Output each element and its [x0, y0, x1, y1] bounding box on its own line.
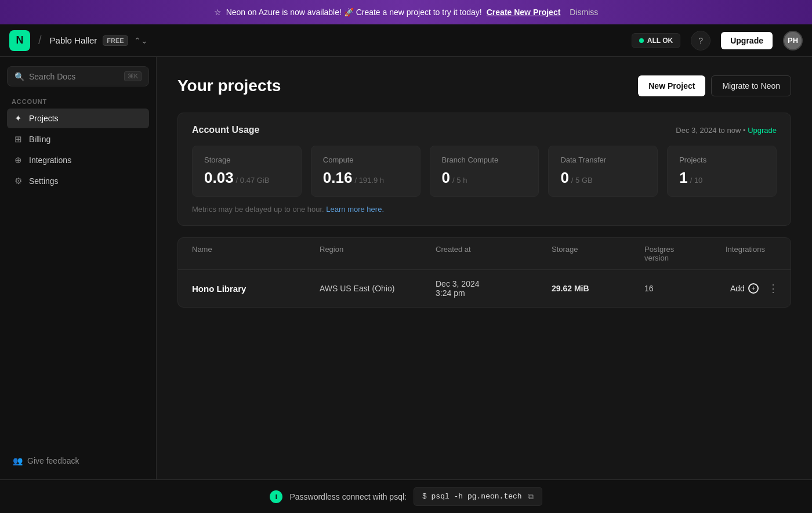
compute-value: 0.16/ 191.9 h: [323, 169, 408, 187]
branch-compute-value: 0/ 5 h: [442, 169, 527, 187]
search-docs-label: Search Docs: [29, 72, 119, 81]
top-banner: ☆ Neon on Azure is now available! 🚀 Crea…: [0, 0, 812, 24]
search-docs-button[interactable]: 🔍 Search Docs ⌘K: [7, 66, 149, 86]
integrations-icon: ⊕: [13, 155, 23, 165]
feedback-label: Give feedback: [27, 456, 79, 465]
add-circle-icon: +: [748, 283, 759, 294]
migrate-to-neon-button[interactable]: Migrate to Neon: [711, 75, 791, 96]
sidebar-section-label: ACCOUNT: [7, 98, 149, 105]
system-status: ALL OK: [632, 33, 680, 48]
table-row: Hono Library AWS US East (Ohio) Dec 3, 2…: [178, 270, 791, 307]
page-header: Your projects New Project Migrate to Neo…: [177, 75, 791, 96]
content-area: Your projects New Project Migrate to Neo…: [157, 57, 812, 479]
usage-date-range: Dec 3, 2024 to now • Upgrade: [676, 126, 777, 135]
psql-label: Passwordless connect with psql:: [289, 492, 407, 501]
logo[interactable]: N: [9, 30, 30, 51]
col-storage: Storage: [552, 245, 644, 262]
star-icon: ☆: [214, 8, 222, 17]
storage-label: Storage: [204, 156, 289, 164]
branch-compute-denom: / 5 h: [452, 176, 467, 185]
sidebar-item-projects-label: Projects: [29, 114, 59, 123]
page-title: Your projects: [177, 77, 281, 95]
col-name: Name: [192, 245, 320, 262]
project-more-button[interactable]: ⋮: [763, 281, 783, 296]
sidebar-item-settings[interactable]: ⚙ Settings: [7, 171, 149, 191]
psql-command-text: $ psql -h pg.neon.tech: [422, 492, 522, 501]
usage-metrics: Storage 0.03/ 0.47 GiB Compute 0.16/ 191…: [192, 146, 777, 197]
usage-footer: Metrics may be delayed up to one hour. L…: [192, 205, 777, 214]
plan-badge: FREE: [103, 35, 128, 46]
col-region: Region: [320, 245, 436, 262]
page-actions: New Project Migrate to Neon: [638, 75, 791, 96]
feedback-icon: 👥: [13, 456, 23, 465]
search-shortcut: ⌘K: [124, 71, 142, 81]
banner-dismiss-button[interactable]: Dismiss: [570, 8, 598, 17]
sidebar-item-integrations-label: Integrations: [29, 156, 71, 165]
status-text: ALL OK: [647, 37, 673, 45]
psql-command: $ psql -h pg.neon.tech ⧉: [414, 487, 542, 506]
header: N / Pablo Haller FREE ⌃⌄ ALL OK ? Upgrad…: [0, 24, 812, 57]
upgrade-button[interactable]: Upgrade: [721, 32, 773, 49]
metric-compute: Compute 0.16/ 191.9 h: [311, 146, 420, 197]
data-transfer-value: 0/ 5 GB: [560, 169, 646, 187]
metric-data-transfer: Data Transfer 0/ 5 GB: [548, 146, 658, 197]
add-integration-button[interactable]: Add +: [726, 281, 763, 296]
branch-compute-label: Branch Compute: [442, 156, 527, 164]
col-created-at: Created at: [436, 245, 552, 262]
main-layout: 🔍 Search Docs ⌘K ACCOUNT ✦ Projects ⊞ Bi…: [0, 57, 812, 479]
data-transfer-label: Data Transfer: [560, 156, 646, 164]
usage-title: Account Usage: [192, 125, 259, 135]
sidebar-item-projects[interactable]: ✦ Projects: [7, 109, 149, 128]
copy-command-button[interactable]: ⧉: [528, 492, 534, 501]
compute-denom: / 191.9 h: [354, 176, 384, 185]
sidebar-item-settings-label: Settings: [29, 176, 59, 186]
storage-denom: / 0.47 GiB: [236, 176, 270, 185]
banner-text: Neon on Azure is now available! 🚀 Create…: [226, 8, 482, 17]
sidebar-item-integrations[interactable]: ⊕ Integrations: [7, 150, 149, 170]
learn-more-link[interactable]: Learn more here.: [326, 205, 384, 214]
search-icon: 🔍: [14, 72, 24, 81]
projects-denom: / 10: [690, 176, 703, 185]
sidebar: 🔍 Search Docs ⌘K ACCOUNT ✦ Projects ⊞ Bi…: [0, 57, 157, 479]
col-integrations: Integrations: [726, 245, 777, 262]
metric-branch-compute: Branch Compute 0/ 5 h: [430, 146, 539, 197]
compute-label: Compute: [323, 156, 408, 164]
help-button[interactable]: ?: [691, 31, 710, 50]
feedback-button[interactable]: 👥 Give feedback: [7, 451, 149, 470]
project-created-at: Dec 3, 20243:24 pm: [436, 279, 552, 298]
status-dot-icon: [639, 38, 644, 43]
new-project-button[interactable]: New Project: [638, 75, 705, 96]
project-integrations: Add + ⋮: [726, 281, 783, 296]
sidebar-item-billing-label: Billing: [29, 135, 50, 144]
info-icon: i: [270, 490, 282, 503]
billing-icon: ⊞: [13, 134, 23, 144]
chevron-down-icon[interactable]: ⌃⌄: [134, 36, 148, 45]
sidebar-item-billing[interactable]: ⊞ Billing: [7, 129, 149, 149]
banner-cta-button[interactable]: Create New Project: [487, 8, 561, 17]
settings-icon: ⚙: [13, 176, 23, 186]
project-region: AWS US East (Ohio): [320, 284, 436, 293]
metric-storage: Storage 0.03/ 0.47 GiB: [192, 146, 302, 197]
upgrade-link[interactable]: Upgrade: [748, 126, 777, 135]
data-transfer-denom: / 5 GB: [571, 176, 593, 185]
usage-header: Account Usage Dec 3, 2024 to now • Upgra…: [192, 125, 777, 135]
project-name[interactable]: Hono Library: [192, 284, 320, 294]
col-postgres: Postgresversion: [644, 245, 726, 262]
project-postgres-version: 16: [644, 284, 726, 293]
question-mark-icon: ?: [698, 36, 703, 45]
table-header: Name Region Created at Storage Postgresv…: [178, 238, 791, 270]
avatar[interactable]: PH: [783, 31, 803, 50]
projects-table: Name Region Created at Storage Postgresv…: [177, 237, 791, 308]
bottom-bar: i Passwordless connect with psql: $ psql…: [0, 479, 812, 513]
add-integration-label: Add: [730, 284, 745, 293]
header-separator: /: [38, 34, 42, 47]
projects-icon: ✦: [13, 113, 23, 124]
projects-value: 1/ 10: [679, 169, 764, 187]
project-storage: 29.62 MiB: [552, 284, 644, 293]
header-project-name: Pablo Haller: [50, 35, 97, 45]
account-usage-card: Account Usage Dec 3, 2024 to now • Upgra…: [177, 113, 791, 226]
projects-label: Projects: [679, 156, 764, 164]
storage-value: 0.03/ 0.47 GiB: [204, 169, 289, 187]
metric-projects: Projects 1/ 10: [667, 146, 777, 197]
